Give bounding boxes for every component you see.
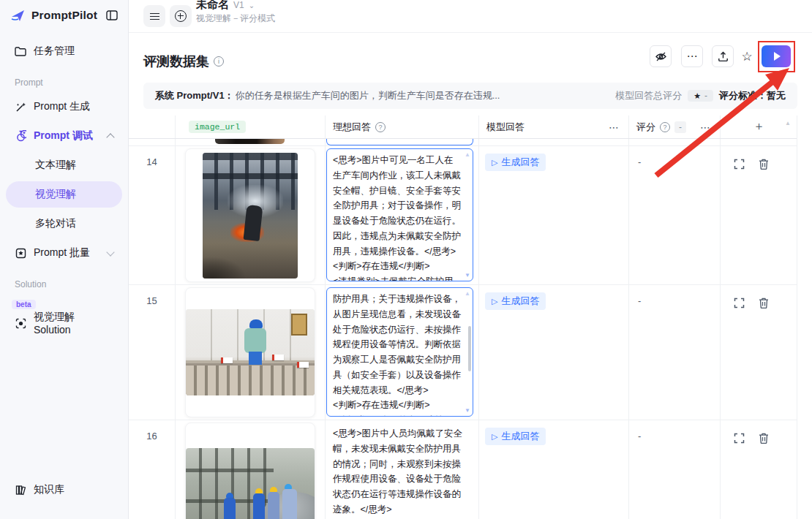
scroll-up-icon[interactable]: ▲ (465, 151, 470, 158)
sidebar-item-label: 知识库 (34, 483, 64, 496)
sidebar-subitem-multi-turn[interactable]: 多轮对话 (6, 211, 122, 237)
new-task-button[interactable] (170, 5, 192, 27)
sidebar-item-task-management[interactable]: 任务管理 (6, 38, 122, 64)
dataset-image-partial[interactable] (215, 138, 285, 144)
header-score[interactable]: 评分?- ⋯ (629, 115, 721, 138)
ideal-answer-cell[interactable]: 防护用具；关于违规操作设备，从图片呈现信息看，未发现设备处于危险状态仍运行、未按… (326, 287, 473, 417)
system-prompt-bar[interactable]: 系统 Prompt/V1： 你的任务是根据生产车间的图片，判断生产车间是否存在违… (143, 83, 797, 109)
upload-button[interactable] (712, 45, 734, 67)
play-outline-icon: ▷ (492, 432, 497, 442)
total-score-label: 模型回答总评分 (615, 89, 682, 102)
sidebar-section-prompt: Prompt (0, 67, 128, 91)
score-label: 评分 (636, 121, 655, 134)
books-icon (15, 484, 26, 496)
page-title: 评测数据集 i (143, 53, 224, 70)
sidebar-subitem-text-understanding[interactable]: 文本理解 (6, 152, 122, 178)
generate-answer-button[interactable]: ▷生成回答 (485, 428, 546, 445)
help-icon[interactable]: ? (375, 122, 386, 132)
expand-row-button[interactable] (734, 158, 745, 170)
sidebar-item-vision-solution[interactable]: 视觉理解 Solution (6, 310, 122, 336)
header-add-column[interactable]: ＋ (721, 115, 797, 138)
doc-version[interactable]: V1 (233, 0, 244, 10)
help-icon[interactable]: ? (660, 122, 670, 132)
row-index: 14 (129, 146, 176, 285)
dataset-image (186, 448, 315, 519)
image-cell[interactable] (185, 423, 315, 519)
play-icon (774, 52, 781, 61)
main-area: 未命名 V1 ⌄ 视觉理解－评分模式 评测数据集 i ⋯ (129, 0, 812, 519)
page-header: 评测数据集 i ⋯ ☆ (129, 33, 812, 83)
app-logo-icon (10, 7, 26, 23)
sidebar-item-prompt-generate[interactable]: Prompt 生成 (6, 94, 122, 120)
scroll-up-icon[interactable]: ▲ (785, 120, 791, 126)
table-row: 15 防护用具；关于违规操作设备，从图片呈现信息看，未发现设备处于危险状态仍运行… (129, 285, 797, 420)
dataset-image (203, 153, 298, 279)
folder-icon (15, 45, 26, 57)
row-index: 16 (129, 420, 176, 519)
delete-row-button[interactable] (759, 297, 770, 308)
chevron-down-icon (106, 248, 114, 256)
generate-answer-button[interactable]: ▷生成回答 (485, 154, 546, 171)
image-cell[interactable] (185, 287, 315, 417)
scroll-down-icon[interactable]: ▼ (465, 272, 470, 279)
sidebar-item-label: 视觉理解 Solution (34, 311, 113, 336)
doc-subtitle: 视觉理解－评分模式 (196, 12, 275, 25)
doc-title[interactable]: 未命名 (196, 0, 229, 10)
star-filled-icon: ★ (693, 91, 701, 101)
expand-row-button[interactable] (734, 297, 745, 308)
generate-answer-label: 生成回答 (501, 430, 539, 443)
sidebar-item-knowledge-base[interactable]: 知识库 (6, 477, 122, 503)
column-menu-icon[interactable]: ⋯ (609, 121, 620, 133)
scrollbar-thumb[interactable] (468, 326, 471, 371)
generate-answer-button[interactable]: ▷生成回答 (485, 292, 546, 310)
delete-row-button[interactable] (759, 158, 770, 170)
header-index (129, 115, 176, 138)
delete-row-button[interactable] (759, 432, 770, 444)
sidebar-item-label: 任务管理 (34, 45, 75, 58)
scroll-up-icon[interactable]: ▲ (465, 290, 470, 297)
header-ideal-answer[interactable]: 理想回答? (326, 115, 479, 138)
table-row-13-partial: 具，违规操作设备</违规类别> ▼ (129, 139, 797, 146)
table-row: 16 <思考>图片中 (129, 420, 797, 519)
total-score-badge[interactable]: ★ - (688, 90, 713, 102)
beta-badge: beta (12, 300, 36, 309)
score-standard: 评分标准：暂无 (719, 89, 786, 102)
hide-columns-button[interactable] (650, 45, 672, 67)
chevron-down-icon[interactable]: ⌄ (249, 1, 255, 10)
column-menu-icon[interactable]: ⋯ (700, 121, 711, 133)
sidebar-item-prompt-debug[interactable]: Prompt 调试 (6, 123, 122, 149)
header-model-answer[interactable]: 模型回答 ⋯ (479, 115, 629, 138)
sidebar-collapse-icon[interactable] (105, 8, 119, 23)
favorite-button[interactable]: ☆ (736, 45, 758, 67)
ideal-answer-cell[interactable]: <思考>图片中可见一名工人在生产车间内作业，该工人未佩戴安全帽、护目镜、安全手套… (326, 148, 473, 281)
row-index: 15 (129, 285, 176, 420)
ideal-answer-text: 防护用具；关于违规操作设备，从图片呈现信息看，未发现设备处于危险状态仍运行、未按… (333, 292, 461, 417)
logo-row: PromptPilot (0, 0, 128, 23)
info-icon[interactable]: i (214, 56, 224, 67)
more-icon: ⋯ (687, 50, 698, 63)
table-header: image_url 理想回答? 模型回答 ⋯ 评分?- ⋯ ＋ (129, 115, 797, 139)
upload-icon (718, 51, 729, 62)
menu-button[interactable] (143, 5, 165, 27)
sidebar-item-prompt-batch[interactable]: Prompt 批量 (6, 240, 122, 266)
more-actions-button[interactable]: ⋯ (681, 45, 703, 67)
evaluation-table: ▲ image_url 理想回答? 模型回答 ⋯ 评分?- ⋯ ＋ (129, 115, 797, 519)
generate-answer-label: 生成回答 (501, 156, 539, 169)
sidebar-subitem-label: 多轮对话 (35, 217, 76, 230)
total-score-value: - (704, 91, 707, 101)
star-icon: ☆ (741, 49, 752, 64)
app-window: PromptPilot 任务管理 Prompt Prompt 生成 Prompt… (0, 0, 812, 519)
header-image-url[interactable]: image_url (176, 115, 326, 138)
score-cell: - (629, 420, 721, 519)
plus-circle-icon (175, 10, 187, 22)
expand-row-button[interactable] (734, 432, 745, 444)
scroll-down-icon[interactable]: ▼ (465, 407, 470, 414)
sidebar-section-solution: Solution (0, 269, 128, 292)
image-cell[interactable] (185, 148, 315, 282)
play-outline-icon: ▷ (492, 297, 497, 306)
eye-off-icon (655, 51, 667, 62)
ideal-answer-text[interactable]: <思考>图片中人员均佩戴了安全帽，未发现未佩戴安全防护用具的情况；同时，未观察到… (326, 420, 478, 519)
run-evaluation-button[interactable] (762, 45, 791, 67)
sidebar-item-label: Prompt 调试 (34, 129, 93, 143)
sidebar-subitem-vision-understanding[interactable]: 视觉理解 (6, 181, 122, 208)
